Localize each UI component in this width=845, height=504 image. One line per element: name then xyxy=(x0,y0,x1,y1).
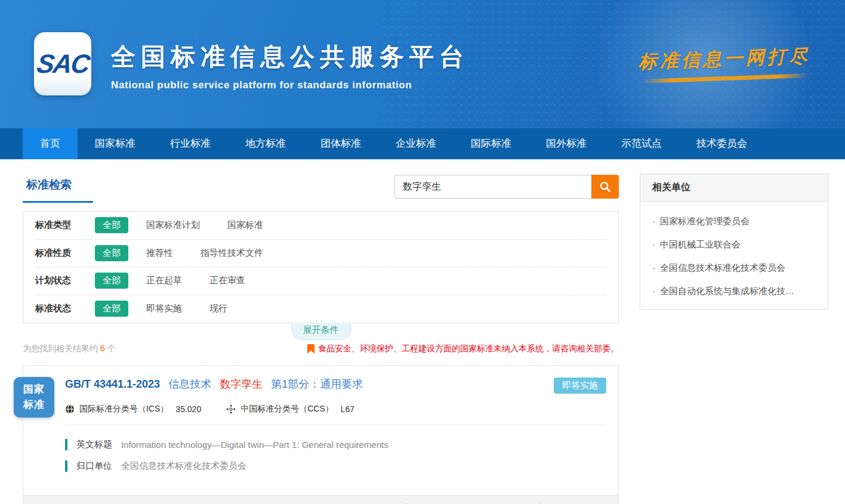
compass-arrows-icon xyxy=(226,404,236,414)
nav-item-international-standards[interactable]: 国际标准 xyxy=(454,128,529,159)
filter-all-badge[interactable]: 全部 xyxy=(95,301,128,317)
filter-label: 计划状态 xyxy=(35,275,95,286)
results-summary-suffix: 个 xyxy=(107,344,116,353)
nav-item-enterprise-standards[interactable]: 企业标准 xyxy=(378,128,454,159)
ics-value: 35.020 xyxy=(175,404,201,414)
ccs-meta: 中国标准分类号（CCS） L67 xyxy=(226,404,354,415)
filter-option[interactable]: 国家标准计划 xyxy=(146,219,200,231)
tab-standard-search[interactable]: 标准检索 xyxy=(23,174,93,203)
filter-row-standard-status: 标准状态 全部 即将实施 现行 xyxy=(35,295,606,323)
standard-title-part2: 第1部分：通用要求 xyxy=(271,378,363,390)
ccs-label: 中国标准分类号（CCS） xyxy=(240,404,334,415)
search-icon xyxy=(599,180,612,193)
filter-option[interactable]: 正在审查 xyxy=(209,275,245,286)
related-units-list: 国家标准化管理委员会 中国机械工业联合会 全国信息技术标准化技术委员会 全国自动… xyxy=(640,202,828,309)
standard-title-highlight: 数字孪生 xyxy=(220,378,263,390)
results-count: 6 xyxy=(100,344,105,353)
content-area: 标准检索 标准类型 全部 国家标准计划 xyxy=(23,174,828,504)
related-unit-link[interactable]: 中国机械工业联合会 xyxy=(640,227,828,251)
filter-option[interactable]: 现行 xyxy=(209,303,227,314)
committee-row: 归口单位 全国信息技术标准化技术委员会 xyxy=(65,460,606,472)
filter-options: 正在起草 正在审查 xyxy=(146,275,245,286)
filter-row-standard-type: 标准类型 全部 国家标准计划 国家标准 xyxy=(35,212,606,240)
slogan-block: 标准信息一网打尽 xyxy=(638,44,811,84)
card-head: GB/T 43441.1-2023 信息技术 数字孪生 第1部分：通用要求 即将… xyxy=(23,366,618,425)
card-detail-rows: 英文标题 Information technology—Digital twin… xyxy=(23,425,618,487)
expand-conditions-button[interactable]: 展开条件 xyxy=(291,323,351,340)
sac-logo[interactable]: SAC xyxy=(34,32,91,95)
teal-bar xyxy=(65,439,67,450)
slogan-text: 标准信息一网打尽 xyxy=(638,44,810,75)
filter-options: 即将实施 现行 xyxy=(146,303,227,314)
related-unit-link[interactable]: 国家标准化管理委员会 xyxy=(640,204,828,227)
committee-value: 全国信息技术标准化技术委员会 xyxy=(121,460,246,472)
nav-item-local-standards[interactable]: 地方标准 xyxy=(228,128,303,159)
card-title-row: GB/T 43441.1-2023 信息技术 数字孪生 第1部分：通用要求 即将… xyxy=(65,378,606,394)
status-badge: 即将实施 xyxy=(554,378,606,394)
nav-item-foreign-standards[interactable]: 国外标准 xyxy=(529,128,604,159)
notice-text: 食品安全、环境保护、工程建设方面的国家标准未纳入本系统，请咨询相关部委。 xyxy=(318,344,619,354)
results-line: 为您找到相关结果约6个 食品安全、环境保护、工程建设方面的国家标准未纳入本系统，… xyxy=(23,344,619,354)
nav-item-industry-standards[interactable]: 行业标准 xyxy=(153,128,228,159)
filter-option[interactable]: 即将实施 xyxy=(146,303,182,314)
system-notice: 食品安全、环境保护、工程建设方面的国家标准未纳入本系统，请咨询相关部委。 xyxy=(307,344,619,354)
ics-label: 国际标准分类号（ICS） xyxy=(79,404,168,415)
ccs-value: L67 xyxy=(341,404,354,414)
standard-title-link[interactable]: GB/T 43441.1-2023 信息技术 数字孪生 第1部分：通用要求 xyxy=(65,378,363,391)
filter-row-standard-nature: 标准性质 全部 推荐性 指导性技术文件 xyxy=(35,240,606,268)
filter-option[interactable]: 指导性技术文件 xyxy=(201,248,263,259)
ics-meta: 国际标准分类号（ICS） 35.020 xyxy=(65,404,201,415)
related-units-panel: 相关单位 国家标准化管理委员会 中国机械工业联合会 全国信息技术标准化技术委员会… xyxy=(640,174,828,310)
filter-label: 标准类型 xyxy=(35,219,95,231)
nav-item-technical-committee[interactable]: 技术委员会 xyxy=(679,128,764,159)
nav-item-pilot[interactable]: 示范试点 xyxy=(604,128,679,159)
filter-options: 国家标准计划 国家标准 xyxy=(146,219,263,231)
nav-item-home[interactable]: 首页 xyxy=(23,128,78,159)
filter-option[interactable]: 国家标准 xyxy=(227,219,263,231)
results-summary: 为您找到相关结果约6个 xyxy=(23,344,116,354)
related-unit-link[interactable]: 全国自动化系统与集成标准化技… xyxy=(640,274,828,297)
main-column: 标准检索 标准类型 全部 国家标准计划 xyxy=(23,174,619,504)
brand-block: 全国标准信息公共服务平台 National public service pla… xyxy=(111,41,469,91)
english-title-value: Information technology—Digital twin—Part… xyxy=(121,440,388,450)
search-input[interactable] xyxy=(394,175,591,199)
bookmark-icon xyxy=(307,344,314,354)
search-section: 标准检索 xyxy=(23,174,619,203)
filter-option[interactable]: 正在起草 xyxy=(146,275,182,286)
related-unit-link[interactable]: 全国信息技术标准化技术委员会 xyxy=(640,251,828,274)
standard-title-part1: 信息技术 xyxy=(168,378,211,390)
national-standard-badge: 国家 标准 xyxy=(14,377,54,418)
filter-label: 标准状态 xyxy=(35,303,95,314)
committee-label: 归口单位 xyxy=(76,460,112,472)
sac-logo-text: SAC xyxy=(35,49,91,79)
english-title-label: 英文标题 xyxy=(76,439,112,450)
nav-item-group-standards[interactable]: 团体标准 xyxy=(303,128,378,159)
nav-item-national-standards[interactable]: 国家标准 xyxy=(78,128,153,159)
filter-all-badge[interactable]: 全部 xyxy=(95,245,128,261)
filter-all-badge[interactable]: 全部 xyxy=(95,217,128,233)
english-title-row: 英文标题 Information technology—Digital twin… xyxy=(65,439,606,450)
related-units-title: 相关单位 xyxy=(640,174,828,202)
filter-row-plan-status: 计划状态 全部 正在起草 正在审查 xyxy=(35,267,606,295)
results-summary-prefix: 为您找到相关结果约 xyxy=(23,344,98,353)
site-title: 全国标准信息公共服务平台 xyxy=(111,41,469,73)
main-nav: 首页 国家标准 行业标准 地方标准 团体标准 企业标准 国际标准 国外标准 示范… xyxy=(0,128,845,159)
site-header: SAC 全国标准信息公共服务平台 National public service… xyxy=(0,0,845,128)
site-subtitle: National public service platform for sta… xyxy=(111,79,469,91)
card-meta-row: 国际标准分类号（ICS） 35.020 xyxy=(65,404,605,425)
badge-line1: 国家 xyxy=(23,382,45,397)
filter-all-badge[interactable]: 全部 xyxy=(95,273,128,289)
search-group xyxy=(394,175,619,199)
filter-label: 标准性质 xyxy=(35,248,95,259)
globe-icon xyxy=(65,404,75,414)
card-footer: 发布于 2023-11-27 实施于 2024-06-01 xyxy=(23,495,618,504)
filter-option[interactable]: 推荐性 xyxy=(146,248,173,259)
search-button[interactable] xyxy=(591,175,619,199)
badge-line2: 标准 xyxy=(23,397,45,413)
teal-bar xyxy=(65,460,67,472)
filter-options: 推荐性 指导性技术文件 xyxy=(146,248,263,259)
filter-box: 标准类型 全部 国家标准计划 国家标准 标准性质 全部 推荐性 指导性技术文件 … xyxy=(23,211,619,323)
standard-result-card: 国家 标准 GB/T 43441.1-2023 信息技术 数字孪生 第1部分：通… xyxy=(23,365,619,504)
standard-code: GB/T 43441.1-2023 xyxy=(65,378,160,390)
